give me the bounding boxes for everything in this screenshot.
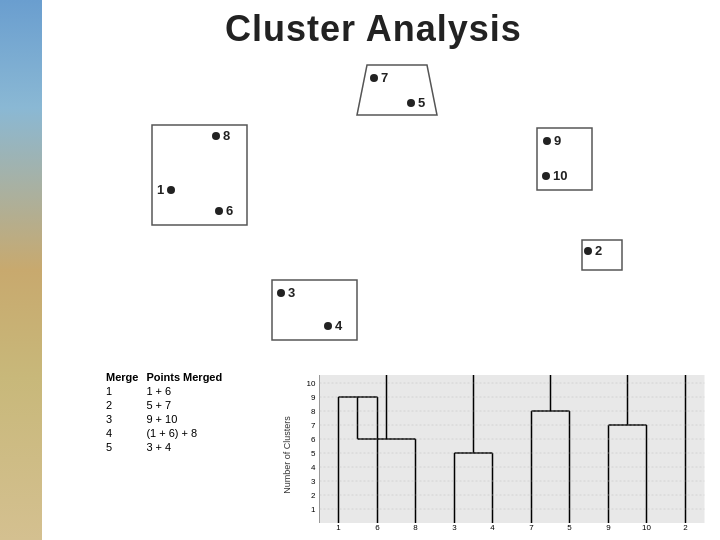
svg-text:4: 4 (490, 523, 495, 532)
merged-points: (1 + 6) + 8 (142, 426, 226, 440)
svg-text:9: 9 (606, 523, 611, 532)
page-title: Cluster Analysis (225, 8, 522, 50)
svg-text:10: 10 (642, 523, 651, 532)
dot-3 (277, 289, 285, 297)
dot-9 (543, 137, 551, 145)
svg-text:3: 3 (311, 477, 316, 486)
dot-7 (370, 74, 378, 82)
dot-1 (167, 186, 175, 194)
svg-text:7: 7 (311, 421, 316, 430)
svg-text:6: 6 (311, 435, 316, 444)
dendrogram: Number of Clusters 10 9 8 7 6 5 4 3 2 1 (267, 370, 720, 535)
dot-5 (407, 99, 415, 107)
point-8: 8 (212, 128, 230, 143)
svg-text:5: 5 (567, 523, 572, 532)
dot-8 (212, 132, 220, 140)
dot-4 (324, 322, 332, 330)
point-9: 9 (543, 133, 561, 148)
point-4: 4 (324, 318, 342, 333)
point-6: 6 (215, 203, 233, 218)
merged-points: 5 + 7 (142, 398, 226, 412)
merge-table-row: 4(1 + 6) + 8 (102, 426, 226, 440)
dendrogram-svg: Number of Clusters 10 9 8 7 6 5 4 3 2 1 (267, 370, 720, 535)
main-content: Cluster Analysis 7 5 8 1 (42, 0, 720, 540)
merge-table-row: 53 + 4 (102, 440, 226, 454)
point-5: 5 (407, 95, 425, 110)
points-merged-col-header: Points Merged (142, 370, 226, 384)
dot-2 (584, 247, 592, 255)
svg-text:7: 7 (529, 523, 534, 532)
merge-table-row: 11 + 6 (102, 384, 226, 398)
merge-number: 2 (102, 398, 142, 412)
sidebar-decoration (0, 0, 42, 540)
dot-6 (215, 207, 223, 215)
point-3: 3 (277, 285, 295, 300)
point-2: 2 (584, 243, 602, 258)
merged-points: 9 + 10 (142, 412, 226, 426)
svg-text:2: 2 (311, 491, 316, 500)
svg-text:5: 5 (311, 449, 316, 458)
svg-text:6: 6 (375, 523, 380, 532)
svg-text:8: 8 (311, 407, 316, 416)
svg-text:2: 2 (683, 523, 688, 532)
svg-text:8: 8 (413, 523, 418, 532)
merge-table-row: 25 + 7 (102, 398, 226, 412)
svg-text:4: 4 (311, 463, 316, 472)
dot-10 (542, 172, 550, 180)
y-axis-label: Number of Clusters (282, 416, 292, 494)
merge-number: 1 (102, 384, 142, 398)
svg-text:1: 1 (336, 523, 341, 532)
merge-table-row: 39 + 10 (102, 412, 226, 426)
svg-text:3: 3 (452, 523, 457, 532)
scatter-plot: 7 5 8 1 6 9 10 (102, 60, 662, 370)
svg-text:1: 1 (311, 505, 316, 514)
point-1: 1 (157, 182, 175, 197)
merge-number: 4 (102, 426, 142, 440)
bottom-section: Merge Points Merged 11 + 625 + 739 + 104… (102, 370, 720, 535)
point-7: 7 (370, 70, 388, 85)
point-10: 10 (542, 168, 567, 183)
merge-table: Merge Points Merged 11 + 625 + 739 + 104… (102, 370, 257, 535)
merge-col-header: Merge (102, 370, 142, 384)
svg-text:10: 10 (307, 379, 316, 388)
svg-text:9: 9 (311, 393, 316, 402)
merge-number: 3 (102, 412, 142, 426)
merged-points: 3 + 4 (142, 440, 226, 454)
merged-points: 1 + 6 (142, 384, 226, 398)
merge-number: 5 (102, 440, 142, 454)
